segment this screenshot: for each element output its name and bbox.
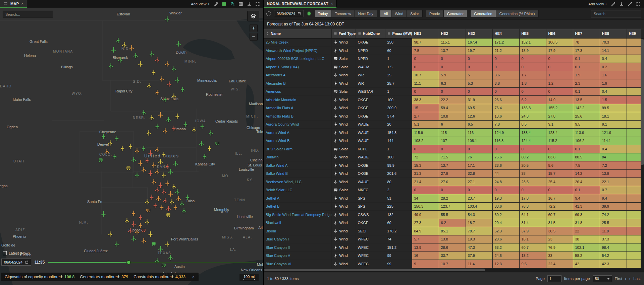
wind-turbine-marker[interactable] bbox=[104, 149, 110, 154]
map-canvas[interactable]: EstevanWinklerGreat FallsMONTANAHelenaBi… bbox=[0, 8, 263, 285]
columns-icon[interactable] bbox=[238, 2, 243, 6]
vertical-scrollbar[interactable] bbox=[641, 38, 644, 268]
horizontal-scrollbar-thumb[interactable] bbox=[264, 269, 485, 271]
generator-name-link[interactable]: BPU Solar Farm bbox=[264, 145, 331, 153]
generator-name-link[interactable]: Airport 009239 SCS Lexington, LLC bbox=[264, 55, 331, 63]
generator-name-link[interactable]: Alexander B bbox=[264, 79, 331, 88]
day-button-next-day[interactable]: Next Day bbox=[355, 10, 377, 17]
wind-turbine-marker[interactable] bbox=[184, 194, 190, 200]
wind-turbine-marker[interactable] bbox=[138, 222, 143, 228]
wind-turbine-marker[interactable] bbox=[154, 89, 160, 95]
first-page-button[interactable]: First bbox=[615, 277, 622, 281]
generator-name-link[interactable]: Balko Wind B bbox=[264, 169, 331, 178]
metric-button-generation[interactable]: Generation bbox=[470, 10, 496, 17]
wind-turbine-marker[interactable] bbox=[107, 140, 113, 146]
generator-name-link[interactable]: Beethoven Wind, LLC bbox=[264, 178, 331, 186]
wind-turbine-marker[interactable] bbox=[164, 241, 170, 247]
time-slider-thumb[interactable] bbox=[126, 260, 131, 265]
wind-turbine-marker[interactable] bbox=[121, 42, 127, 48]
wind-turbine-marker[interactable] bbox=[141, 238, 147, 243]
items-per-page-select[interactable]: 50 bbox=[593, 275, 612, 282]
wind-turbine-marker[interactable] bbox=[161, 189, 167, 195]
wind-turbine-marker[interactable] bbox=[144, 157, 150, 163]
close-tab-icon[interactable]: × bbox=[331, 1, 333, 6]
generator-name-link[interactable]: Armadillo Flats A bbox=[264, 104, 331, 112]
wind-turbine-marker[interactable] bbox=[141, 110, 147, 115]
generator-name-link[interactable]: Bethel B bbox=[264, 202, 331, 211]
menu-icon[interactable] bbox=[334, 32, 337, 35]
wind-turbine-marker[interactable] bbox=[124, 218, 130, 223]
wind-turbine-marker[interactable] bbox=[154, 123, 160, 129]
wind-turbine-marker[interactable] bbox=[176, 41, 181, 47]
wind-turbine-marker[interactable] bbox=[111, 47, 116, 53]
wind-turbine-marker[interactable] bbox=[191, 127, 197, 132]
wind-turbine-marker[interactable] bbox=[107, 231, 113, 237]
map-date-picker[interactable]: 06/04/2024 bbox=[1, 259, 31, 266]
wind-turbine-marker[interactable] bbox=[152, 202, 158, 208]
close-tab-icon[interactable]: × bbox=[21, 1, 23, 6]
generator-name-link[interactable]: Aurora County Wind bbox=[264, 120, 331, 129]
download-icon[interactable] bbox=[619, 2, 624, 6]
generator-name-link[interactable]: Ainsworth Wind Project (NPPD) bbox=[264, 47, 331, 55]
wind-turbine-marker[interactable] bbox=[114, 135, 120, 141]
add-view-button[interactable]: Add View + bbox=[588, 2, 607, 6]
wind-turbine-marker[interactable] bbox=[161, 151, 167, 157]
wind-turbine-marker[interactable] bbox=[131, 221, 137, 227]
edit-icon[interactable] bbox=[213, 2, 218, 6]
wind-turbine-marker[interactable] bbox=[162, 96, 168, 102]
wind-turbine-marker[interactable] bbox=[181, 208, 187, 213]
generator-name-link[interactable]: Baldwin bbox=[264, 153, 331, 161]
wind-turbine-marker[interactable] bbox=[158, 112, 163, 118]
column-header-he6[interactable]: HE6 bbox=[546, 29, 573, 38]
wind-turbine-marker[interactable] bbox=[171, 184, 177, 189]
wind-turbine-marker[interactable] bbox=[101, 133, 106, 139]
wind-turbine-marker[interactable] bbox=[117, 57, 123, 63]
map-search-input[interactable] bbox=[3, 11, 53, 18]
wind-turbine-marker[interactable] bbox=[154, 187, 160, 193]
wind-turbine-marker[interactable] bbox=[146, 83, 152, 88]
tab-nodal-renewable-forecast[interactable]: NODAL RENEWABLE FORECAST × bbox=[264, 0, 337, 8]
wind-turbine-marker[interactable] bbox=[176, 196, 181, 201]
wind-turbine-marker[interactable] bbox=[119, 145, 125, 151]
solar-site-marker[interactable] bbox=[166, 213, 171, 217]
wind-turbine-marker[interactable] bbox=[154, 147, 160, 152]
wind-turbine-marker[interactable] bbox=[166, 81, 172, 87]
wind-turbine-marker[interactable] bbox=[151, 69, 157, 75]
wind-turbine-marker[interactable] bbox=[112, 153, 118, 159]
generator-name-link[interactable]: 25 Mile Creek bbox=[264, 38, 331, 47]
wind-turbine-marker[interactable] bbox=[115, 38, 121, 43]
solar-site-marker[interactable] bbox=[146, 208, 151, 213]
wind-turbine-marker[interactable] bbox=[146, 130, 152, 136]
column-header-hub-zone[interactable]: Hub/Zone bbox=[356, 29, 385, 38]
wind-turbine-marker[interactable] bbox=[151, 162, 157, 168]
generator-name-link[interactable]: Beloit Solar LLC bbox=[264, 186, 331, 194]
node-button-generator[interactable]: Generator bbox=[444, 10, 468, 17]
fullscreen-icon[interactable] bbox=[255, 2, 260, 6]
column-header-he5[interactable]: HE5 bbox=[519, 29, 546, 38]
node-button-pnode[interactable]: Pnode bbox=[426, 10, 444, 17]
wind-turbine-marker[interactable] bbox=[171, 66, 177, 72]
wind-turbine-marker[interactable] bbox=[127, 143, 133, 149]
wind-turbine-marker[interactable] bbox=[138, 61, 143, 67]
wind-turbine-marker[interactable] bbox=[162, 128, 168, 134]
column-header-pmax-mw-[interactable]: Pmax (MW) bbox=[385, 29, 412, 38]
wind-turbine-marker[interactable] bbox=[171, 125, 177, 131]
wind-turbine-marker[interactable] bbox=[133, 53, 139, 58]
wind-turbine-marker[interactable] bbox=[148, 170, 153, 176]
wind-turbine-marker[interactable] bbox=[174, 189, 180, 195]
wind-turbine-marker[interactable] bbox=[149, 115, 155, 120]
time-slider[interactable] bbox=[48, 260, 256, 265]
wind-turbine-marker[interactable] bbox=[174, 113, 180, 119]
wind-turbine-marker[interactable] bbox=[202, 153, 208, 159]
wind-turbine-marker[interactable] bbox=[168, 191, 173, 197]
edit-icon[interactable] bbox=[611, 2, 615, 6]
tab-map[interactable]: MAP × bbox=[0, 0, 27, 8]
wind-turbine-marker[interactable] bbox=[161, 172, 167, 178]
generator-name-link[interactable]: Blue Canyon VI bbox=[264, 260, 331, 268]
day-button-tomorrow[interactable]: Tomorrow bbox=[331, 10, 355, 17]
column-header-he2[interactable]: HE2 bbox=[439, 29, 466, 38]
column-header-he1[interactable]: HE1 bbox=[412, 29, 439, 38]
wind-turbine-marker[interactable] bbox=[164, 16, 170, 22]
solar-site-marker[interactable] bbox=[215, 141, 220, 146]
page-input[interactable] bbox=[547, 275, 561, 282]
